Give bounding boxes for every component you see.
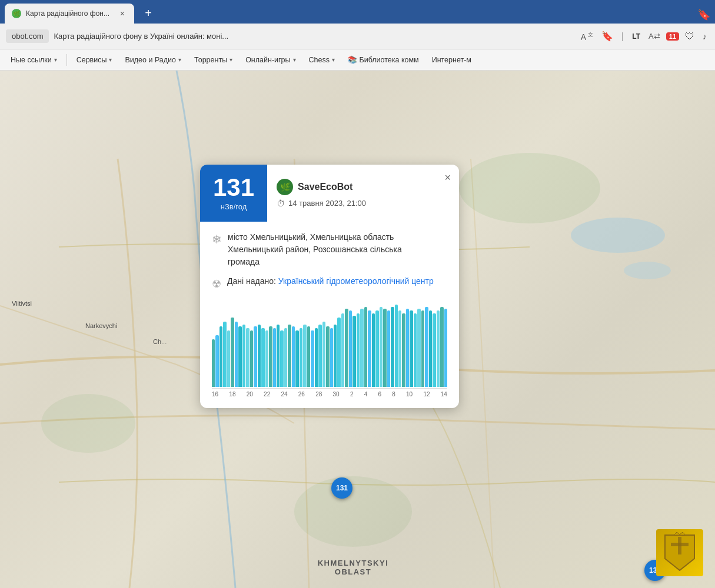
- chart-bar: [322, 322, 325, 387]
- chart-bar: [261, 328, 264, 387]
- radiation-marker-131-main[interactable]: 131: [331, 477, 352, 499]
- chart-x-label: 28: [315, 391, 322, 397]
- chart-bar: [349, 310, 352, 387]
- popup-data-link[interactable]: Український гідрометеорологічний центр: [278, 276, 434, 286]
- nav-item-links[interactable]: Ные ссылки ▾: [5, 54, 63, 66]
- nav-item-services[interactable]: Сервисы ▾: [71, 54, 118, 66]
- chart-bar: [231, 318, 234, 387]
- chart-bar: [250, 330, 253, 387]
- chart-bar: [406, 309, 409, 387]
- nav-item-chess[interactable]: Chess ▾: [303, 54, 341, 66]
- tab-title: Карта радіаційного фон...: [26, 9, 113, 18]
- chart-bar: [352, 316, 355, 387]
- chart-bar: [414, 313, 417, 387]
- chart-bar: [246, 328, 249, 387]
- chart-x-label: 14: [441, 391, 447, 397]
- nav-item-games[interactable]: Онлайн-игры ▾: [240, 54, 301, 66]
- map-container[interactable]: Viitivtsi Narkevychi Ch... KHMELNYTSKYIO…: [0, 71, 715, 588]
- svg-rect-6: [671, 543, 689, 546]
- chart-bar: [364, 307, 367, 387]
- chart-x-label: 10: [406, 391, 413, 397]
- chart-x-label: 4: [364, 391, 368, 397]
- chart-bar: [402, 313, 405, 387]
- extension-badge[interactable]: 11: [666, 32, 679, 41]
- nav-label-torrents: Торренты: [194, 56, 227, 64]
- chart-bar: [280, 330, 283, 387]
- nav-label-video: Видео и Радио: [125, 56, 176, 64]
- popup-site-row: 🌿 SaveEcoBot: [277, 179, 435, 195]
- chart-x-label: 6: [378, 391, 381, 397]
- music-icon[interactable]: ♪: [700, 31, 709, 42]
- chart-bar: [212, 339, 215, 387]
- grammarly-icon[interactable]: LT: [630, 31, 643, 42]
- chart-bar: [277, 325, 280, 387]
- bookmark-icon[interactable]: 🔖: [599, 29, 616, 43]
- town-label-narkevychi: Narkevychi: [85, 322, 117, 329]
- chart-bar: [318, 325, 321, 387]
- chart-bar: [215, 335, 218, 387]
- nav-item-library[interactable]: 📚 Библиотека комм: [342, 53, 425, 66]
- chart-bar: [337, 318, 340, 387]
- chart-bar: [284, 328, 287, 387]
- chart-bar: [440, 307, 443, 387]
- svg-marker-7: [674, 532, 686, 535]
- shield-icon[interactable]: 🛡: [683, 30, 697, 43]
- new-tab-button[interactable]: +: [139, 4, 158, 22]
- chart-bar: [372, 313, 375, 387]
- town-label-viitivtsi: Viitivtsi: [12, 300, 32, 307]
- address-url[interactable]: Карта радіаційного фону в Україні онлайн…: [54, 32, 573, 41]
- chart-bar: [433, 313, 435, 387]
- chart-x-label: 20: [247, 391, 253, 397]
- popup-title-area: 🌿 SaveEcoBot ⏱ 14 травня 2023, 21:00: [267, 165, 459, 222]
- tab-bar: 🌿 Карта радіаційного фон... × + 🔖: [0, 0, 715, 24]
- chart-x-label: 18: [229, 391, 235, 397]
- chart-bar: [391, 307, 394, 387]
- chart-bar: [357, 313, 360, 387]
- font-size-icon[interactable]: A 文: [578, 30, 596, 43]
- tab-close-button[interactable]: ×: [118, 8, 127, 19]
- chart-bar: [330, 328, 333, 387]
- nav-label-internet: Интернет-м: [432, 56, 471, 64]
- nav-item-torrents[interactable]: Торренты ▾: [188, 54, 238, 66]
- chart-bar: [368, 310, 371, 387]
- chart-bar: [295, 330, 298, 387]
- address-icons: A 文 🔖 | LT A⇄ 11 🛡 ♪: [578, 29, 709, 43]
- chart-bar: [437, 310, 440, 387]
- chart-bar: [227, 330, 230, 387]
- chart-x-label: 8: [392, 391, 395, 397]
- chart-bar: [269, 326, 272, 387]
- chart-bar: [242, 325, 245, 387]
- nav-separator: [66, 54, 67, 66]
- popup-site-name: SaveEcoBot: [298, 182, 352, 192]
- chart-bar: [223, 322, 226, 387]
- active-tab[interactable]: 🌿 Карта радіаційного фон... ×: [5, 4, 134, 24]
- chevron-down-icon-4: ▾: [230, 56, 232, 63]
- address-bar: obot.com Карта радіаційного фону в Украї…: [0, 24, 715, 49]
- translate-icon[interactable]: A⇄: [646, 31, 663, 42]
- chevron-down-icon: ▾: [54, 56, 57, 63]
- chevron-down-icon-6: ▾: [332, 56, 335, 63]
- chart-bar: [375, 310, 378, 387]
- bookmark-collections-icon[interactable]: 🔖: [697, 8, 710, 21]
- chart-x-label: 30: [333, 391, 340, 397]
- chart-bar: [254, 326, 257, 387]
- nav-label-chess: Chess: [309, 56, 330, 64]
- nav-label-games: Онлайн-игры: [245, 56, 290, 64]
- chart-bar: [410, 310, 413, 387]
- chart-x-label: 22: [264, 391, 270, 397]
- browser-chrome: 🌿 Карта радіаційного фон... × + 🔖 obot.c…: [0, 0, 715, 71]
- chart-bar: [429, 310, 432, 387]
- nav-item-video[interactable]: Видео и Радио ▾: [119, 54, 187, 66]
- popup-location-text: місто Хмельницький, Хмельницька область …: [228, 231, 402, 268]
- domain-label: obot.com: [6, 29, 49, 43]
- chart-bar: [292, 326, 295, 387]
- chart-x-label: 16: [212, 391, 218, 397]
- popup-radiation-value: 131: [213, 175, 254, 200]
- popup-close-button[interactable]: ×: [444, 172, 451, 184]
- nav-item-internet[interactable]: Интернет-м: [426, 54, 477, 66]
- chart-bar: [421, 310, 424, 387]
- chart-bar: [265, 330, 268, 387]
- chart-bar: [273, 328, 276, 387]
- bookmarks-bar: Ные ссылки ▾ Сервисы ▾ Видео и Радио ▾ Т…: [0, 49, 715, 71]
- chart-area: 16182022242628302468101214: [212, 305, 447, 399]
